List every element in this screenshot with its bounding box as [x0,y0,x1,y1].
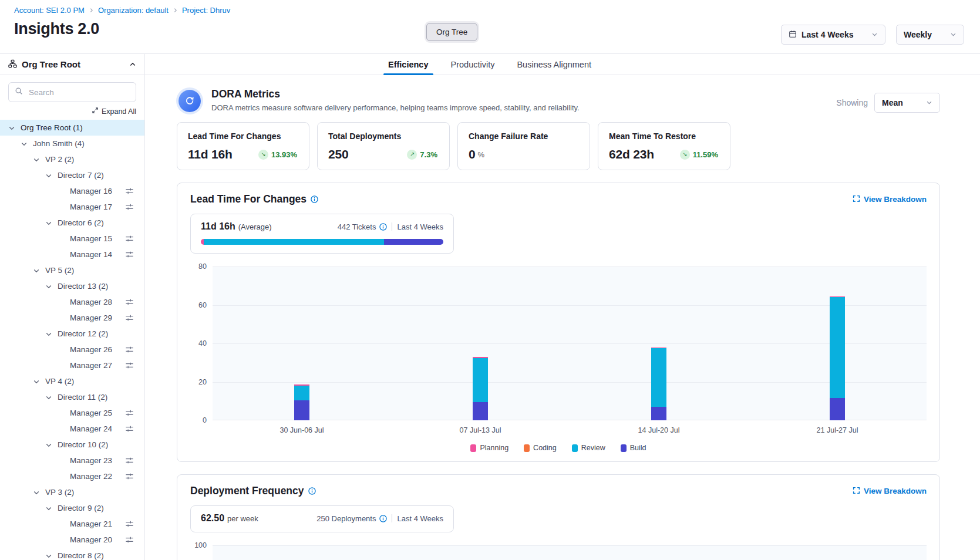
tree-item-director-11-2[interactable]: Director 11 (2) [0,389,144,405]
chevron-down-icon[interactable] [8,124,18,131]
tree-item-director-7-2[interactable]: Director 7 (2) [0,167,144,183]
tree-item-manager-20[interactable]: Manager 20 [0,532,144,548]
tree-item-label: Director 13 (2) [58,282,108,291]
chevron-down-icon[interactable] [33,378,42,385]
tree-item-director-13-2[interactable]: Director 13 (2) [0,278,144,294]
chevron-down-icon[interactable] [45,330,55,338]
chevron-down-icon[interactable] [21,140,30,147]
sliders-icon[interactable] [125,203,134,211]
chevron-down-icon[interactable] [45,283,55,290]
tree-item-manager-26[interactable]: Manager 26 [0,342,144,357]
tree-item-vp-4-2[interactable]: VP 4 (2) [0,373,144,389]
tree-item-org-tree-root-1[interactable]: Org Tree Root (1) [0,120,144,136]
metric-card-lead-time-for-changes: Lead Time For Changes11d 16h↘13.93% [177,122,309,170]
trend-badge: ↘13.93% [258,150,297,160]
sliders-icon[interactable] [125,424,134,433]
breadcrumb-link-account[interactable]: Account: SEI 2.0 PM [14,6,85,15]
tree-item-manager-15[interactable]: Manager 15 [0,231,144,247]
expand-all-icon [92,107,99,116]
bar-segment-review-14-jul-20-jul [651,348,666,407]
lead-time-panel: Lead Time For Changes View Breakdown 11d… [177,183,940,462]
lead-time-title: Lead Time For Changes [190,193,307,205]
tree-item-manager-25[interactable]: Manager 25 [0,405,144,421]
chevron-down-icon[interactable] [45,441,55,448]
deployment-summary-meta: 250 Deployments Last 4 Weeks [316,514,443,523]
chevron-down-icon[interactable] [45,505,55,512]
sliders-icon[interactable] [125,519,134,528]
trend-arrow-icon: ↘ [680,150,690,160]
sliders-icon[interactable] [125,409,134,417]
chevron-down-icon[interactable] [45,394,55,401]
sliders-icon[interactable] [125,456,134,465]
sliders-icon[interactable] [125,187,134,195]
tree-item-label: Director 8 (2) [58,551,104,560]
info-icon[interactable] [379,223,387,231]
chevron-down-icon[interactable] [45,220,55,227]
sliders-icon[interactable] [125,535,134,544]
tree-item-vp-3-2[interactable]: VP 3 (2) [0,484,144,500]
deployment-title-group: Deployment Frequency [190,485,316,497]
lead-time-average-qualifier: (Average) [238,222,272,231]
tree-item-manager-17[interactable]: Manager 17 [0,199,144,215]
search-input[interactable] [28,87,130,97]
tab-productivity[interactable]: Productivity [450,54,496,75]
tree-item-vp-2-2[interactable]: VP 2 (2) [0,151,144,167]
showing-select[interactable]: Mean [874,93,940,113]
sidebar-collapse-button[interactable] [129,61,136,68]
tree-item-manager-24[interactable]: Manager 24 [0,421,144,437]
tree-item-manager-28[interactable]: Manager 28 [0,294,144,310]
tree-item-director-10-2[interactable]: Director 10 (2) [0,437,144,453]
tree-item-manager-27[interactable]: Manager 27 [0,357,144,373]
info-icon[interactable] [379,515,387,522]
metric-card-mean-time-to-restore: Mean Time To Restore62d 23h↘11.59% [598,122,730,170]
sliders-icon[interactable] [125,361,134,370]
legend-label: Build [630,444,646,452]
tree-item-vp-5-2[interactable]: VP 5 (2) [0,262,144,278]
sliders-icon[interactable] [125,472,134,481]
sliders-icon[interactable] [125,345,134,354]
tree-item-manager-14[interactable]: Manager 14 [0,247,144,262]
lead-time-view-breakdown-link[interactable]: View Breakdown [853,195,927,204]
tree-item-manager-29[interactable]: Manager 29 [0,310,144,326]
y-tick-label: 40 [198,339,207,348]
x-tick-label: 30 Jun-06 Jul [279,426,324,434]
info-icon[interactable] [311,195,318,203]
tab-business-alignment[interactable]: Business Alignment [516,54,592,75]
divider [392,514,392,522]
tree-item-label: Manager 24 [70,424,112,433]
tree-item-director-9-2[interactable]: Director 9 (2) [0,500,144,516]
chevron-down-icon[interactable] [45,552,55,559]
tree-item-manager-22[interactable]: Manager 22 [0,468,144,484]
tree-item-director-8-2[interactable]: Director 8 (2) [0,548,144,560]
metric-title: Lead Time For Changes [188,131,298,141]
breadcrumb-link-organization[interactable]: Organization: default [98,6,169,15]
chevron-down-icon[interactable] [33,489,42,496]
info-icon[interactable] [308,487,316,495]
tree-item-john-smith-4[interactable]: John Smith (4) [0,136,144,151]
tree-item-director-6-2[interactable]: Director 6 (2) [0,215,144,231]
breadcrumb: Account: SEI 2.0 PMOrganization: default… [14,6,966,15]
sliders-icon[interactable] [125,234,134,243]
tree-item-manager-23[interactable]: Manager 23 [0,453,144,468]
tab-efficiency[interactable]: Efficiency [387,54,430,75]
tree-item-manager-16[interactable]: Manager 16 [0,183,144,199]
chevron-down-icon[interactable] [33,267,42,274]
tree-item-manager-21[interactable]: Manager 21 [0,516,144,532]
sliders-icon[interactable] [125,313,134,322]
chevron-down-icon[interactable] [33,156,42,163]
deployment-view-breakdown-link[interactable]: View Breakdown [853,487,927,496]
metric-card-total-deployments: Total Deployments250↗7.3% [317,122,450,170]
granularity-select[interactable]: Weekly [896,25,964,45]
bar-segment-planning-30-jun-06-jul [294,384,309,386]
date-range-select[interactable]: Last 4 Weeks [781,25,885,45]
date-range-value: Last 4 Weeks [801,30,867,39]
sliders-icon[interactable] [125,298,134,306]
org-tree-button[interactable]: Org Tree [426,23,477,41]
metric-card-change-failure-rate: Change Failure Rate0% [457,122,590,170]
sliders-icon[interactable] [125,250,134,259]
chevron-down-icon[interactable] [45,172,55,179]
expand-all-button[interactable]: Expand All [8,107,136,116]
breadcrumb-link-project[interactable]: Project: Dhruv [182,6,230,15]
tree-item-director-12-2[interactable]: Director 12 (2) [0,326,144,342]
sidebar-search [8,82,136,102]
